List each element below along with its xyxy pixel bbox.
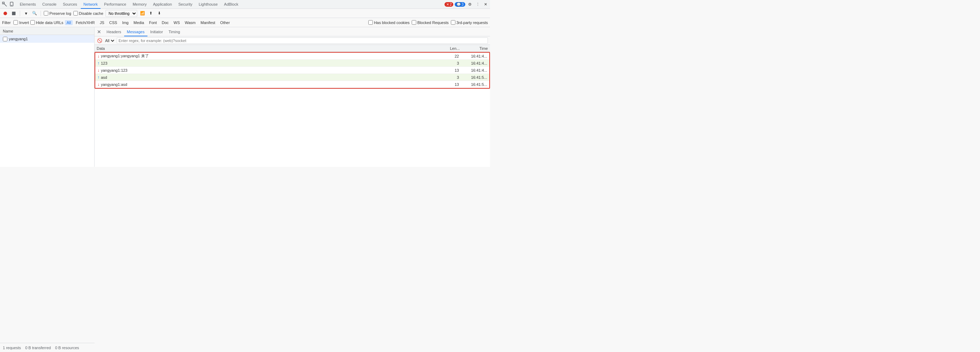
tab-memory[interactable]: Memory <box>130 0 150 9</box>
third-party-requests-checkbox[interactable] <box>451 20 455 25</box>
disable-cache-text: Disable cache <box>79 11 103 16</box>
msg-filter-input[interactable] <box>117 37 488 44</box>
msg-len-2: 13 <box>438 68 459 72</box>
tab-elements[interactable]: Elements <box>17 0 39 9</box>
throttle-select[interactable]: No throttling <box>105 10 137 17</box>
search-button[interactable]: 🔍 <box>32 10 38 17</box>
detail-tab-initiator[interactable]: Initiator <box>148 27 166 37</box>
upload-icon[interactable]: ⬆ <box>148 10 154 17</box>
blocked-requests-text: Blocked Requests <box>417 21 449 25</box>
no-filter-icon[interactable]: 🚫 <box>97 38 102 43</box>
request-panel: Name yangyang1 1 requests 0 B transferre… <box>0 27 95 167</box>
hide-data-urls-label[interactable]: Hide data URLs <box>30 20 64 25</box>
request-row-checkbox[interactable] <box>3 37 7 42</box>
detail-tab-timing[interactable]: Timing <box>166 27 183 37</box>
tab-application[interactable]: Application <box>150 0 175 9</box>
filter-right-area: Has blocked cookies Blocked Requests 3rd… <box>368 20 488 25</box>
inspect-icon[interactable] <box>2 1 8 7</box>
data-header: Data <box>97 46 439 51</box>
detail-close-button[interactable]: ✕ <box>96 29 102 35</box>
download-icon[interactable]: ⬇ <box>156 10 162 17</box>
msg-len-0: 22 <box>438 54 459 58</box>
tab-sources[interactable]: Sources <box>60 0 80 9</box>
msg-icon: 💬 <box>457 2 461 6</box>
preserve-log-label[interactable]: Preserve log <box>44 11 71 16</box>
has-blocked-cookies-label[interactable]: Has blocked cookies <box>368 20 410 25</box>
msg-data-1: ↑ 123 <box>97 61 438 66</box>
third-party-requests-label[interactable]: 3rd-party requests <box>451 20 488 25</box>
invert-text: Invert <box>19 21 29 25</box>
disable-cache-label[interactable]: Disable cache <box>73 11 103 16</box>
msg-count: 3 <box>461 2 463 6</box>
msg-badge[interactable]: 💬 3 <box>455 2 465 7</box>
time-header: Time <box>460 46 488 51</box>
msg-row-1[interactable]: ↑ 123 3 16:41:4... <box>95 60 489 67</box>
msg-text-0: yangyang1:yangyang1 来了 <box>101 53 149 59</box>
name-header-text: Name <box>3 29 13 33</box>
tab-network[interactable]: Network <box>81 0 100 9</box>
length-header: Len... <box>439 46 460 51</box>
msg-direction-select[interactable]: All <box>104 37 115 44</box>
filter-type-css[interactable]: CSS <box>108 20 119 25</box>
disable-cache-checkbox[interactable] <box>73 11 78 16</box>
more-options-icon[interactable]: ⋮ <box>474 1 481 7</box>
highlighted-messages-block: ↓ yangyang1:yangyang1 来了 22 16:41:4... ↑… <box>95 52 490 89</box>
filter-type-media[interactable]: Media <box>132 20 146 25</box>
msg-time-0: 16:41:4... <box>459 54 487 58</box>
toolbar-separator-1 <box>20 11 20 16</box>
has-blocked-cookies-checkbox[interactable] <box>368 20 373 25</box>
msg-arrow-down-4: ↓ <box>97 82 99 87</box>
tab-console[interactable]: Console <box>40 0 59 9</box>
error-badge[interactable]: ✕ 2 <box>444 2 453 7</box>
msg-data-4: ↓ yangyang1:asd <box>97 82 438 87</box>
msg-time-3: 16:41:5... <box>459 75 487 80</box>
filter-type-font[interactable]: Font <box>147 20 158 25</box>
search-icon: 🔍 <box>32 11 37 16</box>
preserve-log-text: Preserve log <box>49 11 71 16</box>
filter-type-wasm[interactable]: Wasm <box>183 20 197 25</box>
tab-lighthouse[interactable]: Lighthouse <box>196 0 221 9</box>
hide-data-urls-text: Hide data URLs <box>36 21 64 25</box>
clear-button[interactable] <box>11 10 17 17</box>
filter-type-js[interactable]: JS <box>98 20 106 25</box>
filter-icon[interactable]: ▼ <box>23 10 29 17</box>
settings-icon[interactable]: ⚙ <box>467 1 473 7</box>
preserve-log-checkbox[interactable] <box>44 11 48 16</box>
invert-checkbox[interactable] <box>13 20 18 25</box>
request-row[interactable]: yangyang1 <box>0 35 94 43</box>
filter-type-doc[interactable]: Doc <box>160 20 170 25</box>
msg-row-0[interactable]: ↓ yangyang1:yangyang1 来了 22 16:41:4... <box>95 53 489 60</box>
filter-type-fetchxhr[interactable]: Fetch/XHR <box>74 20 97 25</box>
invert-label[interactable]: Invert <box>13 20 29 25</box>
record-button[interactable] <box>2 10 8 17</box>
detail-tab-messages[interactable]: Messages <box>124 27 148 37</box>
name-column-header: Name <box>0 27 94 35</box>
blocked-requests-checkbox[interactable] <box>412 20 416 25</box>
tab-performance[interactable]: Performance <box>101 0 129 9</box>
hide-data-urls-checkbox[interactable] <box>30 20 35 25</box>
msg-filter-bar: 🚫 All <box>95 37 490 45</box>
msg-row-2[interactable]: ↓ yangyang1:123 13 16:41:4... <box>95 67 489 74</box>
filter-type-img[interactable]: Img <box>120 20 130 25</box>
msg-row-4[interactable]: ↓ yangyang1:asd 13 16:41:5... <box>95 81 489 88</box>
error-count: 2 <box>450 2 452 6</box>
filter-row: Filter Invert Hide data URLs All Fetch/X… <box>0 18 490 27</box>
device-icon[interactable] <box>8 1 15 7</box>
msg-arrow-up-3: ↑ <box>97 75 99 80</box>
blocked-requests-label[interactable]: Blocked Requests <box>412 20 449 25</box>
msg-len-4: 13 <box>438 82 459 86</box>
close-devtools-icon[interactable]: ✕ <box>482 1 488 7</box>
wifi-icon[interactable]: 📶 <box>139 10 146 17</box>
tab-security[interactable]: Security <box>175 0 195 9</box>
msg-time-1: 16:41:4... <box>459 61 487 66</box>
filter-type-all[interactable]: All <box>65 20 73 25</box>
filter-type-manifest[interactable]: Manifest <box>199 20 217 25</box>
filter-type-other[interactable]: Other <box>218 20 232 25</box>
msg-text-1: 123 <box>101 61 107 66</box>
detail-tab-headers[interactable]: Headers <box>104 27 124 37</box>
detail-tabs-bar: ✕ Headers Messages Initiator Timing <box>95 27 490 37</box>
filter-type-ws[interactable]: WS <box>172 20 182 25</box>
msg-row-3[interactable]: ↑ asd 3 16:41:5... <box>95 74 489 81</box>
error-x-icon: ✕ <box>446 2 449 6</box>
tab-adblock[interactable]: AdBlock <box>221 0 241 9</box>
